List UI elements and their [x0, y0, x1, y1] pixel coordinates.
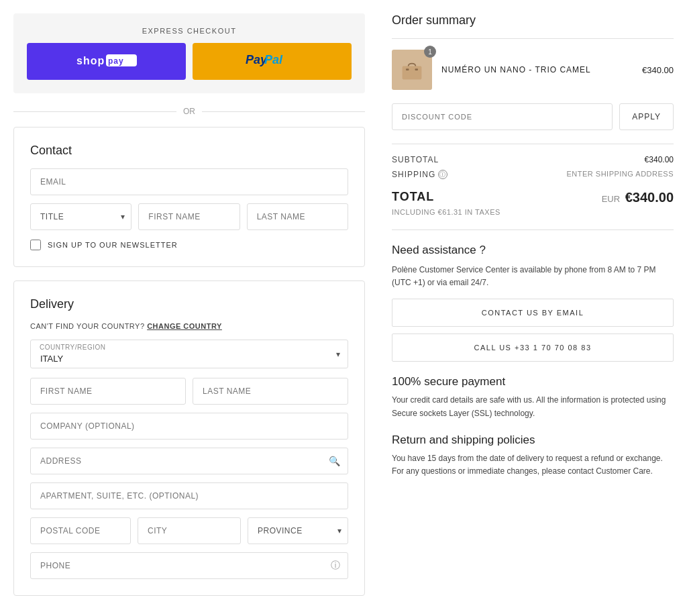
contact-email-button[interactable]: CONTACT US BY EMAIL — [392, 299, 674, 327]
phone-field[interactable] — [30, 552, 348, 579]
subtotal-label: SUBTOTAL — [392, 155, 439, 164]
svg-text:Pal: Pal — [264, 53, 283, 66]
delivery-last-name-field[interactable] — [193, 378, 348, 405]
province-select-wrapper: PROVINCE — [248, 517, 348, 544]
shopify-pay-label: shop pay — [76, 53, 137, 70]
address-group: 🔍 — [30, 448, 348, 474]
company-field[interactable] — [30, 413, 348, 440]
product-row: 1 NUMÉRO UN NANO - TRIO CAMEL €340.00 — [392, 50, 674, 90]
apply-button[interactable]: APPLY — [619, 103, 674, 130]
paypal-button[interactable]: Pay Pal — [193, 43, 352, 80]
last-name-field[interactable] — [247, 203, 348, 230]
grand-total-currency: EUR — [602, 194, 620, 204]
shipping-note: ENTER SHIPPING ADDRESS — [566, 170, 674, 179]
search-icon: 🔍 — [329, 456, 340, 466]
tax-note: INCLUDING €61.31 IN TAXES — [392, 208, 674, 216]
express-checkout-section: EXPRESS CHECKOUT shop pay Pay — [13, 13, 365, 93]
svg-rect-6 — [406, 68, 409, 70]
delivery-section: Delivery CAN'T FIND YOUR COUNTRY? CHANGE… — [13, 280, 365, 596]
subtotal-value: €340.00 — [645, 155, 674, 164]
svg-rect-7 — [415, 68, 419, 70]
contact-section: Contact TITLE MR. MS. MRS. — [13, 127, 365, 267]
policies-text: You have 15 days from the date of delive… — [392, 452, 674, 478]
subtotal-row: SUBTOTAL €340.00 — [392, 155, 674, 164]
product-name: NUMÉRO UN NANO - TRIO CAMEL — [441, 65, 633, 74]
grand-total-label: TOTAL — [392, 190, 434, 204]
province-select[interactable]: PROVINCE — [248, 517, 348, 544]
product-info: NUMÉRO UN NANO - TRIO CAMEL — [441, 65, 633, 74]
city-group — [138, 517, 241, 544]
product-badge: 1 — [424, 46, 436, 58]
order-summary-title: Order summary — [392, 13, 674, 28]
call-button[interactable]: CALL US +33 1 70 70 08 83 — [392, 333, 674, 362]
newsletter-row: SIGN UP TO OUR NEWSLETTER — [30, 240, 348, 250]
grand-total-right: EUR €340.00 — [602, 190, 674, 205]
svg-text:shop: shop — [76, 55, 105, 66]
totals-section: SUBTOTAL €340.00 SHIPPING ⓘ ENTER SHIPPI… — [392, 144, 674, 179]
shipping-label: SHIPPING ⓘ — [392, 170, 447, 179]
bag-icon — [400, 58, 424, 82]
order-summary-divider — [392, 38, 674, 39]
product-image-wrapper: 1 — [392, 50, 432, 90]
company-group — [30, 413, 348, 440]
discount-row: APPLY — [392, 103, 674, 130]
discount-code-input[interactable] — [392, 103, 613, 130]
province-group: PROVINCE — [248, 517, 348, 544]
svg-rect-5 — [403, 66, 422, 80]
change-country-link[interactable]: CHANGE COUNTRY — [147, 322, 222, 330]
title-select-wrapper: TITLE MR. MS. MRS. — [30, 203, 131, 230]
assistance-text: Polène Customer Service Center is availa… — [392, 264, 674, 289]
shipping-info-icon[interactable]: ⓘ — [438, 170, 447, 179]
first-name-field[interactable] — [138, 203, 240, 230]
first-name-group — [138, 203, 240, 230]
name-row: TITLE MR. MS. MRS. — [30, 203, 348, 230]
newsletter-checkbox[interactable] — [30, 240, 41, 250]
postal-city-province-row: PROVINCE — [30, 517, 348, 544]
product-price: €340.00 — [642, 65, 674, 75]
policies-title: Return and shipping policies — [392, 433, 674, 447]
delivery-last-name-group — [193, 378, 348, 405]
address-field[interactable] — [30, 448, 348, 474]
or-divider: OR — [13, 107, 365, 116]
express-checkout-label: EXPRESS CHECKOUT — [27, 27, 352, 35]
postal-code-group — [30, 517, 131, 544]
city-field[interactable] — [138, 517, 241, 544]
newsletter-label[interactable]: SIGN UP TO OUR NEWSLETTER — [48, 241, 178, 249]
email-field[interactable] — [30, 168, 348, 195]
delivery-first-name-group — [30, 378, 186, 405]
phone-group: ⓘ — [30, 552, 348, 579]
right-col: Order summary 1 NUMÉRO UN NANO - TRIO CA… — [392, 13, 674, 609]
svg-text:pay: pay — [108, 56, 124, 66]
express-buttons: shop pay Pay Pal — [27, 43, 352, 80]
title-select[interactable]: TITLE MR. MS. MRS. — [30, 203, 131, 230]
last-name-group — [247, 203, 348, 230]
contact-title: Contact — [30, 144, 348, 158]
assistance-title: Need assistance ? — [392, 244, 674, 257]
shopify-pay-button[interactable]: shop pay — [27, 43, 186, 80]
paypal-label: Pay Pal — [246, 52, 299, 70]
payment-title: 100% secure payment — [392, 375, 674, 389]
payment-section: 100% secure payment Your credit card det… — [392, 375, 674, 419]
apartment-group — [30, 482, 348, 509]
postal-code-field[interactable] — [30, 517, 131, 544]
delivery-name-row — [30, 378, 348, 405]
payment-text: Your credit card details are safe with u… — [392, 394, 674, 419]
grand-total-row: TOTAL EUR €340.00 — [392, 190, 674, 205]
shipping-row: SHIPPING ⓘ ENTER SHIPPING ADDRESS — [392, 170, 674, 179]
country-select[interactable]: ITALY FRANCE GERMANY SPAIN UNITED KINGDO… — [30, 340, 348, 368]
cant-find-row: CAN'T FIND YOUR COUNTRY? CHANGE COUNTRY — [30, 322, 348, 330]
country-select-wrapper: COUNTRY/REGION ITALY FRANCE GERMANY SPAI… — [30, 340, 348, 368]
assistance-section: Need assistance ? Polène Customer Servic… — [392, 229, 674, 362]
help-icon[interactable]: ⓘ — [331, 560, 340, 572]
apartment-field[interactable] — [30, 482, 348, 509]
grand-total-value: €340.00 — [625, 190, 674, 205]
title-group: TITLE MR. MS. MRS. — [30, 203, 131, 230]
policies-section: Return and shipping policies You have 15… — [392, 433, 674, 478]
delivery-first-name-field[interactable] — [30, 378, 186, 405]
delivery-title: Delivery — [30, 297, 348, 311]
